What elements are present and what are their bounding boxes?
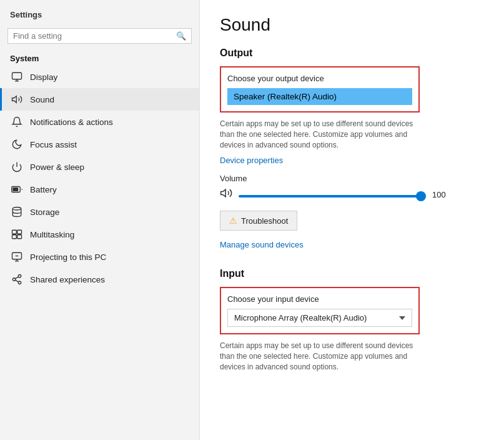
volume-slider-container [239, 189, 426, 199]
volume-section: Volume 100 [220, 174, 484, 202]
svg-line-20 [15, 280, 18, 282]
sidebar-item-display[interactable]: Display [0, 66, 199, 88]
sidebar-item-battery[interactable]: Battery [0, 178, 199, 201]
search-icon: 🔍 [176, 31, 186, 41]
multitasking-icon [10, 229, 24, 240]
sidebar-item-notifications[interactable]: Notifications & actions [0, 111, 199, 133]
troubleshoot-button[interactable]: ⚠ Troubleshoot [220, 211, 297, 231]
sidebar-item-shared-label: Shared experiences [30, 275, 189, 284]
output-header: Output [220, 48, 484, 59]
input-header: Input [220, 268, 484, 279]
svg-point-17 [18, 275, 21, 278]
input-device-box: Choose your input device Microphone Arra… [220, 287, 420, 334]
sidebar-item-storage[interactable]: Storage [0, 201, 199, 223]
focus-icon [10, 139, 24, 150]
app-title: Settings [0, 0, 199, 24]
input-choose-label: Choose your input device [227, 294, 412, 304]
svg-rect-12 [17, 235, 22, 239]
storage-icon [10, 206, 24, 218]
input-hint: Certain apps may be set up to use differ… [220, 341, 426, 372]
troubleshoot-label: Troubleshoot [241, 216, 288, 226]
warning-icon: ⚠ [229, 216, 237, 226]
sidebar-item-focus[interactable]: Focus assist [0, 133, 199, 156]
sidebar-item-notifications-label: Notifications & actions [30, 118, 189, 127]
svg-point-18 [12, 278, 16, 281]
volume-value: 100 [432, 190, 451, 199]
sound-icon [10, 94, 24, 105]
svg-point-8 [12, 208, 21, 211]
sidebar: Settings 🔍 System Display Sound Notifica… [0, 0, 200, 440]
battery-icon [10, 184, 24, 195]
svg-rect-11 [12, 235, 17, 239]
page-title: Sound [220, 15, 484, 35]
sidebar-item-projecting[interactable]: Projecting to this PC [0, 246, 199, 268]
input-section: Input Choose your input device Microphon… [220, 268, 484, 372]
volume-slider[interactable] [239, 195, 426, 198]
svg-marker-22 [221, 190, 226, 198]
svg-rect-10 [17, 230, 22, 234]
sidebar-item-battery-label: Battery [30, 185, 189, 194]
sidebar-item-sound-label: Sound [30, 95, 189, 104]
sidebar-item-display-label: Display [30, 72, 189, 82]
output-device-selected[interactable]: Speaker (Realtek(R) Audio) [227, 88, 412, 105]
svg-rect-7 [12, 188, 18, 191]
volume-label: Volume [220, 174, 484, 183]
manage-sound-devices-link[interactable]: Manage sound devices [220, 240, 304, 249]
display-icon [10, 71, 24, 82]
sidebar-item-power-label: Power & sleep [30, 162, 189, 172]
output-device-box: Choose your output device Speaker (Realt… [220, 66, 420, 112]
search-input[interactable] [13, 31, 176, 41]
svg-point-19 [18, 281, 21, 284]
input-device-select[interactable]: Microphone Array (Realtek(R) Audio) [227, 309, 412, 327]
sidebar-item-projecting-label: Projecting to this PC [30, 252, 189, 262]
sidebar-item-storage-label: Storage [30, 208, 189, 217]
svg-rect-0 [12, 72, 22, 79]
sidebar-item-sound[interactable]: Sound [0, 88, 199, 111]
main-content: Sound Output Choose your output device S… [200, 0, 504, 440]
output-choose-label: Choose your output device [227, 74, 412, 83]
output-hint: Certain apps may be set up to use differ… [220, 119, 426, 150]
svg-marker-3 [12, 96, 17, 103]
volume-speaker-icon [220, 187, 232, 202]
shared-icon [10, 274, 24, 285]
notifications-icon [10, 116, 24, 128]
svg-line-21 [15, 277, 18, 279]
device-properties-link[interactable]: Device properties [220, 156, 283, 165]
search-box[interactable]: 🔍 [7, 28, 192, 44]
section-label: System [0, 50, 199, 66]
projecting-icon [10, 251, 24, 262]
volume-row: 100 [220, 187, 484, 202]
output-section: Output Choose your output device Speaker… [220, 48, 484, 258]
power-icon [10, 161, 24, 172]
sidebar-item-shared[interactable]: Shared experiences [0, 268, 199, 291]
sidebar-item-focus-label: Focus assist [30, 140, 189, 149]
sidebar-item-multitasking-label: Multitasking [30, 230, 189, 239]
sidebar-item-power[interactable]: Power & sleep [0, 156, 199, 178]
sidebar-item-multitasking[interactable]: Multitasking [0, 223, 199, 246]
svg-rect-9 [12, 230, 17, 234]
